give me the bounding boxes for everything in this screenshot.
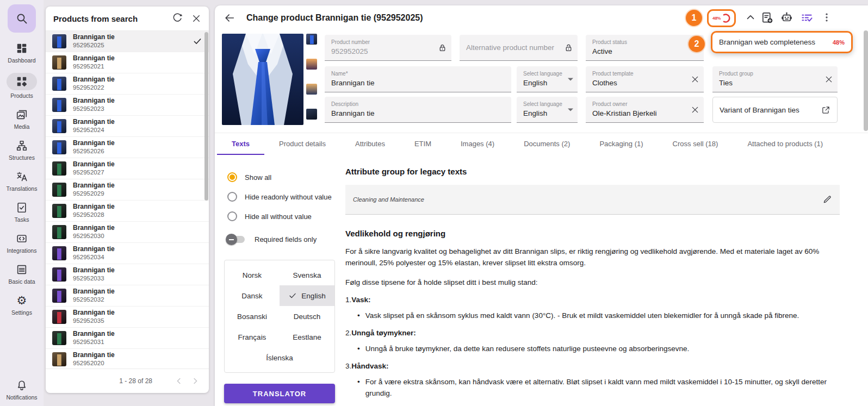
name-field[interactable]: Name* Brannigan tie [325, 66, 511, 92]
global-search-button[interactable] [8, 4, 36, 33]
editor-tab[interactable]: Attached to products (1) [733, 133, 838, 155]
product-list-item[interactable]: Brannigan tie 952952026 [46, 137, 209, 158]
description-field[interactable]: Description Brannigan tie [325, 97, 511, 123]
sidebar-item-tasks[interactable]: Tasks [0, 201, 44, 223]
editor-tab[interactable]: Packaging (1) [585, 133, 658, 155]
sidebar-item-media[interactable]: Media [0, 108, 44, 130]
editor-tab[interactable]: Documents (2) [509, 133, 585, 155]
language-option[interactable]: Norsk [225, 265, 280, 285]
sidebar-item-basic-data[interactable]: Basic data [0, 263, 44, 285]
language-option[interactable]: Svenska [280, 265, 334, 285]
previous-page-button[interactable] [171, 373, 187, 389]
product-item-text: Brannigan tie 952952023 [73, 97, 115, 113]
filter-radio-option[interactable]: Show all [227, 172, 345, 182]
product-item-text: Brannigan tie 952952030 [73, 224, 115, 240]
product-number-field[interactable]: Product number 952952025 [325, 35, 451, 61]
editor-tab[interactable]: Attributes [340, 133, 400, 155]
language-option[interactable]: Bosanski [225, 306, 280, 327]
clear-icon[interactable] [691, 75, 699, 84]
language-option[interactable]: English [280, 285, 334, 306]
image-thumbnail[interactable] [306, 109, 317, 120]
filter-radio-option[interactable]: Hide readonly without value [227, 192, 345, 202]
sidebar-item-translations[interactable]: Translations [0, 170, 44, 192]
sidebar-item-dashboard[interactable]: Dashboard [0, 42, 44, 64]
product-list-item[interactable]: Brannigan tie 952952027 [46, 158, 209, 179]
filter-radio-option[interactable]: Hide all without value [227, 211, 345, 221]
name-language-select[interactable]: Select language English [517, 66, 578, 92]
product-list-item[interactable]: Brannigan tie 952952023 [46, 95, 209, 116]
translator-button[interactable]: TRANSLATOR [224, 384, 335, 403]
selected-check-icon [193, 36, 202, 46]
editor-tab[interactable]: Texts [217, 133, 264, 155]
completeness-dropdown[interactable]: Brannigan web completeness 48% [711, 31, 853, 53]
product-list-item[interactable]: Brannigan tie 952952021 [46, 52, 209, 73]
sidebar-item-structures[interactable]: Structures [0, 139, 44, 161]
product-list-item[interactable]: Brannigan tie 952952022 [46, 73, 209, 95]
media-icon [16, 108, 28, 121]
next-page-button[interactable] [187, 373, 203, 389]
back-icon[interactable] [224, 12, 235, 24]
basic-data-icon [16, 263, 28, 276]
clear-icon[interactable] [824, 75, 833, 84]
product-owner-field[interactable]: Product owner Ole-Kristian Bjerkeli [586, 97, 704, 123]
product-list-item[interactable]: Brannigan tie 952952025 [46, 31, 209, 52]
language-option[interactable]: Eestlane [280, 327, 334, 347]
language-option[interactable]: Deutsch [280, 306, 334, 327]
product-item-name: Brannigan tie [73, 118, 115, 126]
product-list-item[interactable]: Brannigan tie 952952033 [46, 264, 209, 285]
step-bullet: • Vask slipset på en skånsom syklus med … [357, 310, 840, 321]
alternative-product-number-field[interactable]: Alternative product number [460, 35, 578, 61]
language-option[interactable]: Dansk [225, 285, 280, 306]
product-thumbnail [52, 98, 66, 112]
product-item-name: Brannigan tie [73, 266, 115, 274]
step-heading: 2.Unngå tøymykner: [345, 329, 840, 337]
variant-of-link[interactable]: Variant of Brannigan ties [712, 97, 838, 123]
image-thumbnail[interactable] [306, 84, 317, 95]
editor-tab[interactable]: Images (4) [446, 133, 509, 155]
language-option[interactable]: Íslenska [225, 347, 334, 368]
refresh-icon[interactable] [172, 13, 183, 24]
editor-tab[interactable]: Cross sell (18) [658, 133, 733, 155]
checklist-icon[interactable] [801, 11, 813, 24]
required-fields-toggle[interactable]: Required fields only [227, 235, 345, 243]
sidebar-item-products[interactable]: Products [0, 73, 44, 99]
sidebar-item-notifications[interactable]: Notifications [0, 379, 44, 401]
radio-icon [227, 172, 237, 182]
collapse-icon[interactable] [745, 11, 757, 23]
clear-icon[interactable] [691, 105, 699, 114]
product-list-item[interactable]: Brannigan tie 952952030 [46, 222, 209, 243]
product-list-item[interactable]: Brannigan tie 952952035 [46, 307, 209, 328]
kebab-menu-icon[interactable] [821, 11, 832, 23]
product-list-item[interactable]: Brannigan tie 952952031 [46, 328, 209, 349]
language-option[interactable]: Français [225, 327, 280, 347]
product-list-item[interactable]: Brannigan tie 952952029 [46, 179, 209, 201]
product-list-item[interactable]: Brannigan tie 952952024 [46, 116, 209, 137]
completeness-gauge-button[interactable]: 48% [707, 9, 736, 27]
editor-tab[interactable]: ETIM [400, 133, 446, 155]
robot-icon[interactable] [780, 11, 793, 24]
sidebar-item-integrations[interactable]: Integrations [0, 232, 44, 254]
product-image[interactable] [222, 34, 303, 125]
product-item-number: 952952021 [73, 63, 115, 70]
open-in-new-icon [821, 105, 830, 115]
product-list-item[interactable]: Brannigan tie 952952034 [46, 243, 209, 264]
add-note-icon[interactable] [761, 11, 773, 24]
product-list-item[interactable]: Brannigan tie 952952032 [46, 285, 209, 307]
product-status-field[interactable]: Product status Active [586, 35, 704, 61]
attribute-group-name: Cleaning and Maintenance [353, 196, 822, 203]
care-step: 3.Håndvask: • For å være ekstra skånsom,… [345, 362, 840, 399]
edit-pencil-icon[interactable] [822, 195, 832, 204]
description-language-select[interactable]: Select language English [517, 97, 578, 123]
product-list-item[interactable]: Brannigan tie 952952028 [46, 201, 209, 222]
main-scrollbar[interactable] [864, 30, 868, 131]
image-thumbnail[interactable] [306, 34, 317, 45]
product-list-item[interactable]: Brannigan tie 952952020 [46, 349, 209, 368]
product-group-field[interactable]: Product group Ties [712, 66, 838, 92]
close-icon[interactable] [191, 14, 201, 23]
editor-tab[interactable]: Product details [264, 133, 340, 155]
product-item-name: Brannigan tie [73, 351, 115, 359]
product-template-field[interactable]: Product template Clothes [586, 66, 704, 92]
image-thumbnail[interactable] [306, 59, 317, 70]
list-scrollbar[interactable] [204, 32, 208, 201]
sidebar-item-settings[interactable]: ⚙ Settings [0, 294, 44, 316]
